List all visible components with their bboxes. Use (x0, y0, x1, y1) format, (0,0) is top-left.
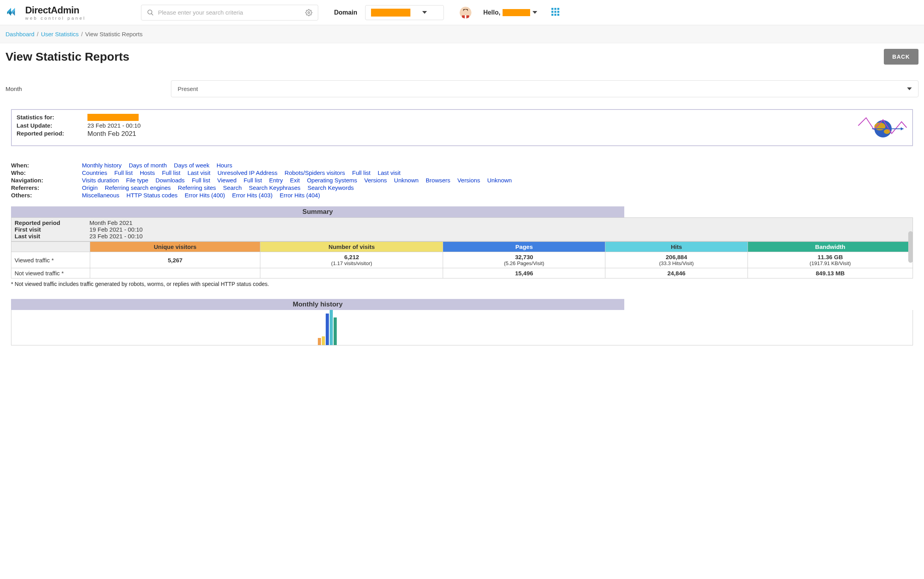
directadmin-logo-icon (6, 4, 21, 21)
not-viewed-hits: 24,846 (605, 268, 748, 278)
month-select[interactable]: Present (171, 80, 918, 97)
nav-link[interactable]: Full list (192, 177, 210, 184)
viewed-bandwidth: 11.36 GB (751, 254, 909, 260)
nav-link[interactable]: Countries (82, 169, 107, 176)
scrollbar-thumb[interactable] (908, 231, 913, 263)
nav-link[interactable]: Error Hits (403) (232, 192, 273, 199)
search-icon (147, 9, 154, 16)
nav-link[interactable]: Unknown (487, 177, 512, 184)
svg-point-9 (463, 9, 468, 14)
nav-link[interactable]: Versions (457, 177, 480, 184)
bar-bandwidth (334, 317, 337, 345)
nav-link[interactable]: Search Keywords (308, 184, 354, 191)
avatar[interactable] (460, 7, 471, 19)
nav-link[interactable]: Last visit (187, 169, 210, 176)
nav-link[interactable]: Referring sites (178, 184, 216, 191)
nav-link[interactable]: Error Hits (400) (185, 192, 225, 199)
back-button[interactable]: BACK (884, 49, 918, 65)
summary-footnote: * Not viewed traffic includes traffic ge… (11, 281, 913, 287)
domain-select[interactable] (365, 5, 444, 20)
nav-link[interactable]: Search (223, 184, 242, 191)
nav-link[interactable]: Full list (243, 177, 262, 184)
nav-link[interactable]: Referring search engines (105, 184, 171, 191)
page-title: View Statistic Reports (6, 50, 130, 63)
search-box[interactable] (141, 5, 318, 20)
hello-user[interactable]: Hello, (483, 9, 538, 16)
nav-link[interactable]: Full list (162, 169, 180, 176)
nav-navigation-links: Visits durationFile typeDownloadsFull li… (82, 177, 913, 184)
table-row-not-viewed: Not viewed traffic * 15,496 24,846 849.1… (11, 268, 913, 278)
nav-link[interactable]: Days of month (129, 162, 167, 169)
nav-link[interactable]: Unknown (394, 177, 419, 184)
apps-grid-icon[interactable] (551, 7, 560, 18)
top-header: DirectAdmin web control panel Domain Hel… (0, 0, 924, 25)
nav-link[interactable]: File type (126, 177, 148, 184)
nav-link[interactable]: Days of week (174, 162, 210, 169)
nav-link[interactable]: Hosts (140, 169, 155, 176)
breadcrumb-separator: / (81, 31, 83, 37)
nav-referrers-label: Referrers: (11, 184, 82, 191)
nav-link[interactable]: Robots/Spiders visitors (285, 169, 345, 176)
breadcrumb-current: View Statistic Reports (85, 31, 143, 37)
nav-link[interactable]: HTTP Status codes (126, 192, 178, 199)
svg-rect-15 (551, 11, 553, 13)
col-pages: Pages (443, 242, 605, 252)
nav-links-block: When: Monthly historyDays of monthDays o… (11, 162, 913, 199)
search-input[interactable] (158, 9, 301, 16)
nav-link[interactable]: Miscellaneous (82, 192, 119, 199)
svg-rect-13 (555, 8, 557, 10)
month-select-value: Present (178, 85, 198, 92)
viewed-unique-visitors: 5,267 (93, 257, 257, 264)
nav-link[interactable]: Search Keyphrases (249, 184, 301, 191)
domain-label: Domain (334, 9, 357, 16)
nav-others-label: Others: (11, 192, 82, 199)
last-update-label: Last Update: (17, 122, 87, 129)
nav-link[interactable]: Operating Systems (307, 177, 357, 184)
breadcrumb-dashboard[interactable]: Dashboard (6, 31, 34, 37)
viewed-pages-ratio: (5.26 Pages/Visit) (446, 260, 602, 266)
chevron-down-icon (907, 87, 912, 90)
reported-period-value: Month Feb 2021 (87, 130, 141, 138)
nav-link[interactable]: Downloads (156, 177, 185, 184)
nav-link[interactable]: Origin (82, 184, 98, 191)
nav-link[interactable]: Monthly history (82, 162, 122, 169)
viewed-number-of-visits: 6,212 (263, 254, 440, 260)
breadcrumb-separator: / (37, 31, 39, 37)
brand-subtitle: web control panel (25, 16, 86, 20)
nav-link[interactable]: Exit (290, 177, 300, 184)
summary-meta: Reported period Month Feb 2021 First vis… (11, 217, 913, 241)
summary-heading: Summary (11, 206, 624, 217)
nav-link[interactable]: Full list (352, 169, 371, 176)
awstats-logo-icon (856, 114, 907, 141)
svg-rect-19 (555, 14, 557, 16)
svg-rect-14 (557, 8, 559, 10)
breadcrumb-user-statistics[interactable]: User Statistics (41, 31, 79, 37)
bar-pages (326, 314, 329, 345)
nav-link[interactable]: Full list (114, 169, 133, 176)
summary-first-visit-label: First visit (15, 226, 89, 233)
summary-last-visit-label: Last visit (15, 233, 89, 239)
nav-link[interactable]: Viewed (217, 177, 237, 184)
nav-link[interactable]: Last visit (378, 169, 401, 176)
table-corner-blank (11, 242, 90, 252)
nav-link[interactable]: Unresolved IP Address (217, 169, 277, 176)
nav-link[interactable]: Visits duration (82, 177, 119, 184)
reported-period-label: Reported period: (17, 130, 87, 138)
svg-rect-12 (551, 8, 553, 10)
gear-icon[interactable] (305, 9, 312, 16)
svg-rect-16 (555, 11, 557, 13)
svg-rect-20 (557, 14, 559, 16)
svg-point-4 (148, 10, 152, 14)
nav-link[interactable]: Browsers (426, 177, 451, 184)
logo[interactable]: DirectAdmin web control panel (6, 4, 86, 21)
nav-referrers-links: OriginReferring search enginesReferring … (82, 184, 913, 191)
chart-bars (318, 310, 337, 345)
nav-link[interactable]: Error Hits (404) (280, 192, 320, 199)
svg-line-5 (151, 13, 153, 15)
col-number-of-visits: Number of visits (260, 242, 443, 252)
monthly-history-heading: Monthly history (11, 299, 624, 310)
last-update-value: 23 Feb 2021 - 00:10 (87, 122, 141, 129)
nav-link[interactable]: Versions (364, 177, 387, 184)
nav-link[interactable]: Hours (217, 162, 232, 169)
nav-link[interactable]: Entry (269, 177, 283, 184)
